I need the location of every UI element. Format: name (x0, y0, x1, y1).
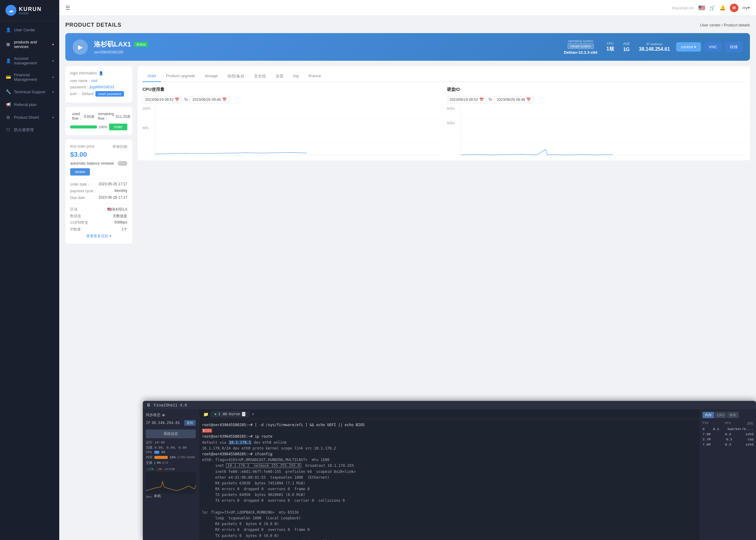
sysinfo-button[interactable]: 系统信息 (146, 430, 196, 438)
my-menu[interactable]: my▾ (743, 5, 750, 10)
avatar[interactable]: M (730, 4, 738, 12)
monitor-tab-cpu[interactable]: CPU (715, 412, 726, 418)
sidebar-item-label: Product Divert (14, 115, 52, 120)
disk-from-input[interactable]: 2023/06/19 09:52 📅 (447, 96, 487, 103)
tab-security[interactable]: 安全组 (249, 71, 271, 82)
reload-system-button[interactable]: reload system (568, 44, 594, 49)
cpu-date-row: 2023/06/19 09:52 📅 To 2023/06/26 09:48 📅 (142, 96, 441, 103)
y-label-6kb: 6KB/s (447, 107, 455, 110)
sidebar-item-label: Referral plan (14, 102, 54, 107)
cpu-from-input[interactable]: 2023/06/19 09:52 📅 (142, 96, 182, 103)
tab-log[interactable]: log (288, 71, 303, 82)
language-flag[interactable]: 🇺🇸 (698, 5, 705, 11)
name-1: kworker/0:... (727, 427, 754, 431)
sidebar-item-product-divert[interactable]: ⊞ Product Divert ▾ (0, 111, 59, 124)
grid-line-75 (461, 143, 745, 143)
tab-finance[interactable]: finance (304, 71, 326, 82)
tab-product-upgrade[interactable]: Product upgrade (161, 71, 200, 82)
new-tab-button[interactable]: + (250, 412, 256, 417)
port-value: Default (82, 92, 93, 96)
tab-chart[interactable]: chart (142, 71, 161, 82)
product-info: 洛杉矶LAX1 Active ser439645580285 (94, 40, 558, 54)
name-4: sshd (746, 443, 754, 447)
net-interface[interactable]: eth0▼ (165, 468, 175, 471)
term-line-19: TX packets 0 bytes 0 (0.0 B) (202, 533, 697, 539)
product-status-badge: Active (134, 42, 148, 47)
breadcrumb: User center / Product details (700, 23, 750, 27)
grid-line-75 (155, 143, 441, 143)
reset-password-button[interactable]: reset password (95, 91, 124, 96)
control-button[interactable]: control ▾ (676, 42, 701, 52)
region-row: 区域 🇺🇸洛杉矶LA (70, 207, 127, 212)
term-line-10: ether e4:d1:96:00:01:55 txqueuelen 1000 … (202, 475, 697, 480)
renewal-toggle[interactable] (118, 161, 127, 166)
disk-date-row: 2023/06/19 09:52 📅 To 2023/06/26 09:48 📅 (447, 96, 745, 103)
cpu-to-input[interactable]: 2023/06/26 09:48 📅 (190, 96, 229, 103)
disk-to-input[interactable]: 2023/06/26 09:48 📅 (494, 96, 533, 103)
sidebar-item-tech-support[interactable]: 🔧 Technical Support ▾ (0, 85, 59, 98)
sidebar-item-label: User Center (14, 28, 54, 32)
os-value: Debian-10.3.3-x64 (564, 50, 597, 55)
bell-icon[interactable]: 🔔 (719, 5, 726, 11)
mem-bar-row: 内存 18% 176M/989M (146, 455, 196, 460)
cpu-chart-section: CPU使用量 2023/06/19 09:52 📅 To 2023/06/26 … (142, 87, 441, 156)
remaining-value: 511.2GB (116, 114, 130, 119)
monitor-tab-cmd[interactable]: 命令 (727, 412, 739, 418)
renew-button[interactable]: renew (70, 168, 90, 176)
spec-ip: IP address 38.148.254.61 (639, 42, 670, 52)
tab-snapshot[interactable]: 快照/备份 (223, 71, 249, 82)
due-date-value: 2023-06-26 17:17 (98, 195, 127, 201)
term-line-5: 10.1.178.0/24 dev eth0 proto kernel scop… (202, 446, 697, 451)
product-name: 洛杉矶LAX1 (94, 40, 131, 49)
cpu-chart-area (155, 107, 441, 156)
flow-progress-bar (70, 125, 97, 128)
tab-settings[interactable]: 设置 (271, 71, 288, 82)
product-play-button[interactable]: ▶ (73, 40, 88, 55)
cpu-from-value: 2023/06/19 09:52 (145, 97, 174, 102)
cart-icon[interactable]: 🛒 (709, 5, 715, 11)
region-flag: 🇺🇸 (107, 207, 112, 211)
disk-to-value: 2023/06/26 09:48 (497, 97, 525, 102)
terminal-output[interactable]: root@ser439645580285:~# [ -d /sys/firmwa… (199, 419, 700, 540)
terminal-tab-1[interactable]: 1 dd-kurun ✕ (210, 411, 250, 418)
runtime-label: 运行 16:40 (146, 440, 196, 445)
account-icon: 👤 (5, 58, 11, 64)
copy-button[interactable]: 复制 (184, 420, 196, 426)
person-icon: 👤 (99, 71, 103, 75)
password-value: jbgdMMIS8033 (89, 85, 114, 89)
term-line-3: root@ser439645580285:~# ip route (202, 434, 697, 440)
term-line-20: TX errors 0 dropped 0 overruns 0 carrier… (202, 539, 697, 540)
tab-dosage[interactable]: dosage (200, 71, 223, 82)
sidebar-item-products[interactable]: ⊞ products and services ▾ (0, 36, 59, 53)
product-card: ▶ 洛杉矶LAX1 Active ser439645580285 operati… (65, 33, 750, 61)
order-button[interactable]: order (109, 124, 127, 130)
breadcrumb-home[interactable]: User center (700, 23, 720, 27)
disk-chart-wrapper: 6KB/s 5KB/s (447, 107, 745, 156)
sidebar-item-firewall[interactable]: 🛡 防火墙管理 (0, 124, 59, 136)
ping-row: 0ms 本机 (146, 493, 196, 499)
net-down: ↓3K (156, 468, 162, 471)
net-section: ↑17K ↓3K eth0▼ 0ms 本机 (146, 468, 196, 499)
watermark: blog.tanglu.me (672, 6, 694, 10)
vnc-button[interactable]: VNC (704, 42, 722, 52)
load-label: 负载 0.00, 0.00, 0.00 (146, 445, 196, 450)
folder-icon-button[interactable]: 📁 (202, 411, 210, 418)
sidebar-nav: 👤 User Center ⊞ products and services ▾ … (0, 21, 59, 540)
sidebar-item-referral[interactable]: 📢 Referral plan (0, 98, 59, 111)
ping-target: 本机 (154, 493, 161, 499)
tab-close-button[interactable]: ✕ (242, 412, 245, 416)
hamburger-button[interactable]: ☰ (65, 5, 70, 11)
terminal-tabs: 📁 1 dd-kurun ✕ + (199, 409, 700, 419)
used-label: used flow： (72, 112, 82, 121)
divider (70, 203, 127, 204)
page-header: PRODUCT DETAILS User center / Product de… (65, 22, 750, 28)
used-value: 0.8GB (84, 114, 94, 119)
more-info-link[interactable]: 查看更多信息 ▾ (70, 233, 127, 239)
pid-2: 7.9M (702, 433, 710, 436)
monitor-tab-mem[interactable]: 内存 (702, 412, 714, 418)
sidebar-item-user-center[interactable]: 👤 User Center (0, 23, 59, 36)
sidebar-item-financial[interactable]: 💳 Financial Management ▾ (0, 69, 59, 85)
net-chart (146, 472, 196, 493)
sidebar-item-account[interactable]: 👤 Account management ▾ (0, 53, 59, 69)
transfer-button[interactable]: 转移 (725, 42, 743, 52)
